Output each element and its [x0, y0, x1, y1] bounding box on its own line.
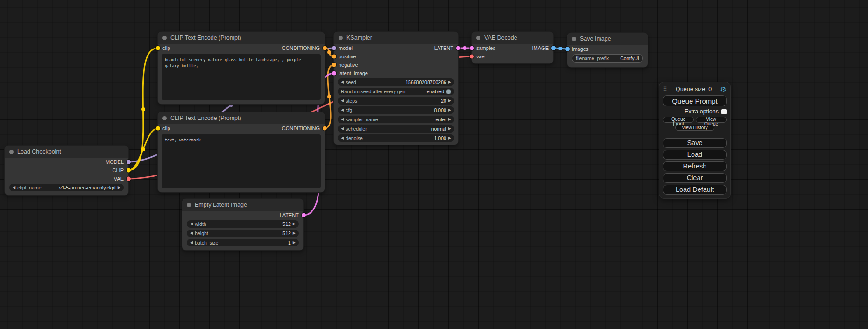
- prev-arrow-icon[interactable]: ◀: [341, 80, 344, 84]
- prev-arrow-icon[interactable]: ◀: [341, 118, 344, 121]
- output-slot-latent[interactable]: [302, 213, 306, 217]
- widget-name: cfg: [346, 107, 352, 113]
- collapse-dot-icon[interactable]: [162, 116, 167, 120]
- queue-prompt-button[interactable]: Queue Prompt: [663, 95, 727, 106]
- node-load-checkpoint[interactable]: Load Checkpoint MODEL CLIP VAE ◀ ckpt_na…: [5, 146, 128, 195]
- node-title: CLIP Text Encode (Prompt): [170, 35, 241, 41]
- output-label-image: IMAGE: [532, 45, 549, 51]
- prev-arrow-icon[interactable]: ◀: [341, 127, 344, 131]
- queue-front-button[interactable]: Queue Front: [663, 117, 694, 123]
- slot-row: samples IMAGE: [472, 44, 553, 52]
- prev-arrow-icon[interactable]: ◀: [190, 241, 193, 245]
- input-slot-model[interactable]: [332, 46, 336, 50]
- widget-steps[interactable]: ◀ steps 20 ▶: [338, 97, 454, 105]
- load-button[interactable]: Load: [663, 150, 727, 160]
- output-slot-model[interactable]: [127, 160, 131, 164]
- widget-filename-prefix[interactable]: filename_prefix ComfyUI: [572, 54, 643, 63]
- output-slot-conditioning[interactable]: [323, 46, 327, 50]
- input-slot-vae[interactable]: [470, 55, 474, 59]
- input-label-model: model: [339, 45, 353, 51]
- next-arrow-icon[interactable]: ▶: [448, 127, 451, 131]
- output-slot-vae[interactable]: [127, 177, 131, 181]
- node-graph-canvas[interactable]: Load Checkpoint MODEL CLIP VAE ◀ ckpt_na…: [0, 0, 868, 329]
- view-queue-button[interactable]: View Queue: [696, 117, 727, 123]
- widget-batch-size[interactable]: ◀ batch_size 1 ▶: [187, 239, 299, 246]
- input-label-vae: vae: [476, 54, 485, 59]
- collapse-dot-icon[interactable]: [339, 36, 343, 40]
- output-slot-image[interactable]: [551, 46, 556, 50]
- input-label-images: images: [572, 46, 588, 52]
- collapse-dot-icon[interactable]: [572, 37, 576, 41]
- widget-height[interactable]: ◀ height 512 ▶: [187, 230, 299, 237]
- node-ksampler[interactable]: KSampler model LATENT positive negative …: [334, 32, 458, 145]
- next-arrow-icon[interactable]: ▶: [448, 136, 451, 140]
- node-clip-text-encode-negative[interactable]: CLIP Text Encode (Prompt) clip CONDITION…: [158, 112, 325, 192]
- collapse-dot-icon[interactable]: [9, 150, 14, 154]
- prev-arrow-icon[interactable]: ◀: [190, 222, 193, 226]
- next-arrow-icon[interactable]: ▶: [448, 108, 451, 112]
- widget-ckpt-name[interactable]: ◀ ckpt_name v1-5-pruned-emaonly.ckpt ▶: [9, 184, 124, 191]
- node-vae-decode[interactable]: VAE Decode samples IMAGE vae: [472, 32, 553, 63]
- view-history-button[interactable]: View History: [675, 125, 714, 131]
- extra-options-row: Extra options: [663, 108, 727, 115]
- widget-cfg[interactable]: ◀ cfg 8.000 ▶: [338, 106, 454, 114]
- widget-name: height: [195, 231, 208, 236]
- node-title: KSampler: [346, 35, 372, 41]
- node-title-bar[interactable]: CLIP Text Encode (Prompt): [158, 112, 325, 124]
- input-slot-latent-image[interactable]: [332, 71, 336, 76]
- next-arrow-icon[interactable]: ▶: [448, 99, 451, 103]
- save-button[interactable]: Save: [663, 138, 727, 148]
- collapse-dot-icon[interactable]: [187, 203, 191, 207]
- prev-arrow-icon[interactable]: ◀: [341, 99, 344, 103]
- node-title-bar[interactable]: Save Image: [567, 33, 648, 45]
- input-slot-positive[interactable]: [332, 55, 336, 59]
- next-arrow-icon[interactable]: ▶: [293, 222, 296, 226]
- widget-scheduler[interactable]: ◀ scheduler normal ▶: [338, 125, 454, 133]
- negative-prompt-textarea[interactable]: text, watermark: [162, 134, 321, 188]
- node-title-bar[interactable]: CLIP Text Encode (Prompt): [158, 32, 325, 44]
- widget-width[interactable]: ◀ width 512 ▶: [187, 220, 299, 228]
- widget-random-seed-toggle[interactable]: Random seed after every gen enabled: [338, 88, 454, 95]
- drag-handle-icon[interactable]: ⠿: [663, 86, 667, 92]
- output-slot-conditioning[interactable]: [323, 126, 327, 131]
- positive-prompt-textarea[interactable]: beautiful scenery nature glass bottle la…: [162, 54, 321, 100]
- toggle-knob-icon[interactable]: [446, 89, 451, 94]
- node-empty-latent-image[interactable]: Empty Latent Image LATENT ◀ width 512 ▶ …: [182, 199, 303, 250]
- output-slot-clip[interactable]: [127, 168, 131, 173]
- node-title-bar[interactable]: Empty Latent Image: [182, 199, 303, 211]
- input-label-clip: clip: [162, 45, 170, 51]
- next-arrow-icon[interactable]: ▶: [293, 241, 296, 245]
- prev-arrow-icon[interactable]: ◀: [341, 108, 344, 112]
- node-clip-text-encode-positive[interactable]: CLIP Text Encode (Prompt) clip CONDITION…: [158, 32, 325, 104]
- node-title-bar[interactable]: VAE Decode: [472, 32, 553, 44]
- widget-denoise[interactable]: ◀ denoise 1.000 ▶: [338, 134, 454, 142]
- input-slot-clip[interactable]: [156, 126, 160, 131]
- prev-arrow-icon[interactable]: ◀: [190, 231, 193, 235]
- extra-options-checkbox[interactable]: [721, 109, 727, 114]
- output-slot-latent[interactable]: [456, 46, 460, 50]
- node-save-image[interactable]: Save Image images filename_prefix ComfyU…: [567, 33, 648, 67]
- settings-gear-icon[interactable]: ⚙: [720, 86, 727, 93]
- next-arrow-icon[interactable]: ▶: [118, 186, 120, 189]
- input-slot-samples[interactable]: [470, 46, 474, 50]
- node-title-bar[interactable]: KSampler: [334, 32, 458, 44]
- input-slot-clip[interactable]: [156, 46, 160, 50]
- collapse-dot-icon[interactable]: [476, 36, 480, 40]
- node-title-bar[interactable]: Load Checkpoint: [5, 146, 128, 158]
- refresh-button[interactable]: Refresh: [663, 161, 727, 171]
- widget-sampler-name[interactable]: ◀ sampler_name euler ▶: [338, 116, 454, 123]
- next-arrow-icon[interactable]: ▶: [448, 118, 451, 121]
- widget-seed[interactable]: ◀ seed 156680208700286 ▶: [338, 78, 454, 86]
- collapse-dot-icon[interactable]: [162, 36, 167, 40]
- input-slot-images[interactable]: [565, 47, 570, 51]
- clear-button[interactable]: Clear: [663, 173, 727, 183]
- prev-arrow-icon[interactable]: ◀: [341, 136, 344, 140]
- input-slot-negative[interactable]: [332, 63, 336, 67]
- prev-arrow-icon[interactable]: ◀: [13, 186, 15, 189]
- widget-value: 512: [282, 221, 291, 227]
- next-arrow-icon[interactable]: ▶: [293, 231, 296, 235]
- load-default-button[interactable]: Load Default: [663, 185, 727, 195]
- next-arrow-icon[interactable]: ▶: [448, 80, 451, 84]
- widget-name: width: [195, 221, 206, 227]
- slot-row: latent_image: [334, 69, 458, 77]
